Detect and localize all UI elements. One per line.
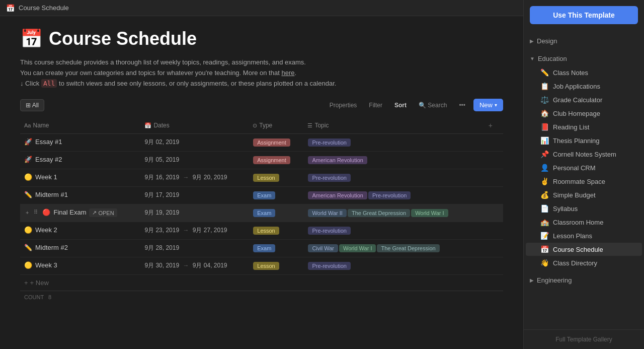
sidebar-item-class-notes[interactable]: ✏️Class Notes — [526, 66, 642, 79]
sidebar-item-club-homepage[interactable]: 🏠Club Homepage — [526, 107, 642, 120]
sidebar-item-cornell-notes-system[interactable]: 📌Cornell Notes System — [526, 148, 642, 161]
table-row: 🟡 Week 2 9月 23, 2019 → 9月 27, 2019 Lesso… — [20, 222, 503, 240]
sidebar-item-icon: 🏫 — [540, 218, 549, 226]
sidebar-section-header-education[interactable]: ▼Education — [524, 52, 644, 65]
new-label: New — [479, 101, 493, 109]
table-row: ✏️ Midterm #2 9月 28, 2019 Exam Civil War… — [20, 240, 503, 257]
row-icon: 🟡 — [24, 261, 32, 269]
desc-line3: ↓ Click — [20, 80, 39, 87]
topic-tag: Pre-revolution — [308, 138, 350, 147]
sidebar-item-personal-crm[interactable]: 👤Personal CRM — [526, 161, 642, 174]
sidebar-section-header-design[interactable]: ▶Design — [524, 34, 644, 48]
type-tag: Assignment — [253, 138, 290, 147]
table-row: ✏️ Midterm #1 9月 17, 2019 Exam American … — [20, 187, 503, 204]
row-name[interactable]: Week 3 — [35, 261, 57, 269]
sidebar-item-label: Reading List — [553, 123, 589, 131]
sidebar-item-label: Simple Budget — [553, 191, 596, 199]
topic-tag: American Revolution — [308, 191, 367, 199]
view-all-button[interactable]: ⊞ All — [20, 99, 44, 111]
more-button[interactable]: ••• — [455, 100, 469, 111]
sidebar-item-job-applications[interactable]: 📋Job Applications — [526, 80, 642, 93]
type-tag: Exam — [253, 209, 275, 217]
sidebar-item-reading-list[interactable]: 📕Reading List — [526, 120, 642, 133]
add-column-button[interactable]: + — [486, 120, 496, 130]
type-tag: Lesson — [253, 227, 279, 235]
sidebar-item-simple-budget[interactable]: 💰Simple Budget — [526, 188, 642, 201]
sidebar-item-thesis-planning[interactable]: 📊Thesis Planning — [526, 134, 642, 147]
type-tag: Lesson — [253, 262, 279, 270]
row-icon: 🟡 — [24, 226, 32, 234]
sidebar-item-label: Personal CRM — [553, 164, 596, 172]
desc-link[interactable]: here — [281, 69, 294, 77]
open-button[interactable]: ↗ OPEN — [89, 208, 117, 217]
drag-handle-button[interactable]: ⠿ — [32, 208, 39, 216]
topics-cell: Pre-revolution — [303, 257, 481, 275]
topic-tag: Pre-revolution — [308, 262, 350, 270]
add-column-header[interactable]: + — [481, 117, 503, 134]
type-tag: Lesson — [253, 174, 279, 182]
sidebar-section-engineering: ▶Engineering — [524, 273, 644, 287]
count-row: COUNT 8 — [20, 291, 503, 303]
use-template-button[interactable]: Use This Template — [530, 6, 638, 24]
search-button[interactable]: 🔍 Search — [415, 100, 451, 111]
section-label: Design — [537, 37, 557, 45]
data-table: AaName 📅Dates ⊙Type ☰Topic + 🚀 Essay #1 … — [20, 117, 503, 303]
sidebar-item-grade-calculator[interactable]: ⚖️Grade Calculator — [526, 93, 642, 106]
titlebar-icon: 📅 — [6, 4, 15, 12]
sidebar-item-icon: 📅 — [540, 245, 549, 253]
sidebar-item-icon: ⚖️ — [540, 96, 549, 104]
sidebar-item-label: Grade Calculator — [553, 96, 602, 104]
sidebar-item-label: Class Directory — [553, 259, 597, 267]
topic-tag: World War II — [308, 209, 347, 217]
sidebar-item-syllabus[interactable]: 📄Syllabus — [526, 202, 642, 215]
sidebar-item-icon: ✌️ — [540, 177, 549, 185]
sidebar: Use This Template ▶Design▼Education✏️Cla… — [523, 0, 644, 349]
row-icon: 🟡 — [24, 173, 32, 181]
sidebar-item-icon: 📝 — [540, 232, 549, 240]
sidebar-item-classroom-home[interactable]: 🏫Classroom Home — [526, 216, 642, 229]
sidebar-item-class-directory[interactable]: 👋Class Directory — [526, 256, 642, 269]
topic-tag: The Great Depression — [377, 244, 439, 252]
row-name[interactable]: Week 2 — [35, 226, 57, 234]
add-row-before-button[interactable]: + — [24, 209, 30, 216]
dates-cell: 9月 17, 2019 — [140, 187, 249, 204]
type-cell: Lesson — [249, 257, 303, 275]
properties-button[interactable]: Properties — [326, 100, 361, 111]
desc-line1: This course schedule provides a thorough… — [20, 58, 306, 66]
topics-cell: Pre-revolution — [303, 134, 481, 152]
table-row: 🟡 Week 1 9月 16, 2019 → 9月 20, 2019 Lesso… — [20, 169, 503, 187]
row-name[interactable]: Midterm #2 — [35, 244, 68, 251]
sidebar-item-roommate-space[interactable]: ✌️Roommate Space — [526, 175, 642, 188]
sidebar-item-label: Thesis Planning — [553, 137, 600, 145]
count-value: 8 — [48, 294, 51, 300]
row-name[interactable]: Week 1 — [35, 173, 57, 181]
description: This course schedule provides a thorough… — [20, 57, 503, 89]
table-row: 🚀 Essay #1 9月 02, 2019 Assignment Pre-re… — [20, 134, 503, 152]
col-topic: ☰Topic — [303, 117, 481, 134]
name-cell: 🟡 Week 1 — [20, 169, 140, 187]
row-name[interactable]: Midterm #1 — [35, 191, 68, 198]
type-cell: Exam — [249, 240, 303, 257]
sidebar-item-course-schedule[interactable]: 📅Course Schedule — [526, 243, 642, 256]
main-content: 📅 Course Schedule This course schedule p… — [0, 16, 523, 349]
extra-cell — [481, 240, 503, 257]
sidebar-item-label: Lesson Plans — [553, 232, 592, 240]
type-cell: Exam — [249, 187, 303, 204]
filter-button[interactable]: Filter — [365, 100, 386, 111]
col-type: ⊙Type — [249, 117, 303, 134]
topic-tag: Civil War — [308, 244, 338, 252]
row-name[interactable]: Essay #1 — [35, 138, 62, 146]
extra-cell — [481, 257, 503, 275]
sidebar-item-lesson-plans[interactable]: 📝Lesson Plans — [526, 229, 642, 242]
full-gallery-link[interactable]: Full Template Gallery — [555, 336, 612, 343]
row-name[interactable]: Essay #2 — [35, 156, 62, 163]
row-icon: 🚀 — [24, 156, 32, 163]
topics-cell: Civil WarWorld War IThe Great Depression — [303, 240, 481, 257]
row-icon: 🚀 — [24, 138, 32, 146]
add-row-button[interactable]: + + New — [20, 275, 503, 291]
sidebar-section-header-engineering[interactable]: ▶Engineering — [524, 273, 644, 287]
sidebar-footer[interactable]: Full Template Gallery — [524, 329, 644, 349]
sort-button[interactable]: Sort — [390, 100, 411, 111]
new-button[interactable]: New ▾ — [473, 99, 503, 111]
sidebar-section-design: ▶Design — [524, 34, 644, 48]
